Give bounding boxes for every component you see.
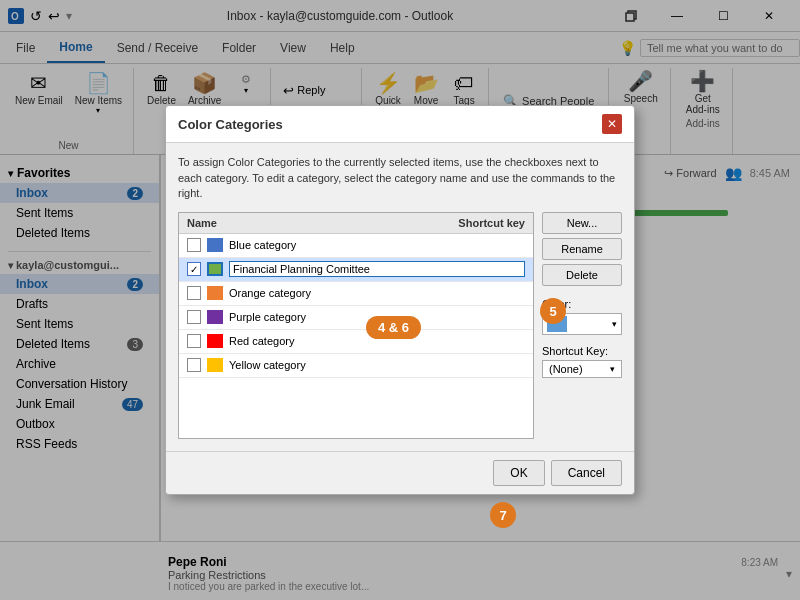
modal-row-financial[interactable]: ✓ Financial Planning Comittee <box>179 258 533 282</box>
modal-table: Name Shortcut key Blue category ✓ <box>178 212 534 439</box>
modal-row-orange[interactable]: Orange category <box>179 282 533 306</box>
modal-overlay: Color Categories ✕ To assign Color Categ… <box>0 0 800 600</box>
yellow-category-name: Yellow category <box>229 359 525 371</box>
modal-footer: OK Cancel <box>166 451 634 494</box>
modal-row-purple[interactable]: Purple category <box>179 306 533 330</box>
orange-color-swatch <box>207 286 223 300</box>
modal-close-btn[interactable]: ✕ <box>602 114 622 134</box>
color-dropdown-arrow-icon: ▾ <box>612 319 617 329</box>
shortcut-value: (None) <box>549 363 583 375</box>
modal-row-red[interactable]: Red category <box>179 330 533 354</box>
purple-checkbox[interactable] <box>187 310 201 324</box>
modal-table-container: Name Shortcut key Blue category ✓ <box>178 212 534 439</box>
table-empty-space <box>179 378 533 438</box>
rename-category-btn[interactable]: Rename <box>542 238 622 260</box>
financial-category-name[interactable]: Financial Planning Comittee <box>229 261 525 277</box>
shortcut-section: Shortcut Key: (None) ▾ <box>542 345 622 378</box>
blue-category-name: Blue category <box>229 239 525 251</box>
red-checkbox[interactable] <box>187 334 201 348</box>
callout-4-6: 4 & 6 <box>366 316 421 339</box>
shortcut-dropdown[interactable]: (None) ▾ <box>542 360 622 378</box>
new-category-btn[interactable]: New... <box>542 212 622 234</box>
modal-description: To assign Color Categories to the curren… <box>178 155 622 201</box>
shortcut-section-label: Shortcut Key: <box>542 345 622 357</box>
col-name-header: Name <box>187 217 217 229</box>
yellow-color-swatch <box>207 358 223 372</box>
modal-body: To assign Color Categories to the curren… <box>166 143 634 450</box>
orange-checkbox[interactable] <box>187 286 201 300</box>
modal-row-yellow[interactable]: Yellow category <box>179 354 533 378</box>
col-shortcut-header: Shortcut key <box>458 217 525 229</box>
color-categories-modal: Color Categories ✕ To assign Color Categ… <box>165 105 635 494</box>
blue-checkbox[interactable] <box>187 238 201 252</box>
modal-row-blue[interactable]: Blue category <box>179 234 533 258</box>
cancel-button[interactable]: Cancel <box>551 460 622 486</box>
financial-color-swatch <box>207 262 223 276</box>
purple-color-swatch <box>207 310 223 324</box>
modal-title-bar: Color Categories ✕ <box>166 106 634 143</box>
delete-category-btn[interactable]: Delete <box>542 264 622 286</box>
shortcut-dropdown-arrow-icon: ▾ <box>610 364 615 374</box>
yellow-checkbox[interactable] <box>187 358 201 372</box>
orange-category-name: Orange category <box>229 287 525 299</box>
red-color-swatch <box>207 334 223 348</box>
modal-title: Color Categories <box>178 117 283 132</box>
financial-checkbox[interactable]: ✓ <box>187 262 201 276</box>
modal-table-header: Name Shortcut key <box>179 213 533 234</box>
modal-side-panel: New... Rename Delete Color: ▾ Shortcut K… <box>542 212 622 439</box>
blue-color-swatch <box>207 238 223 252</box>
ok-button[interactable]: OK <box>493 460 544 486</box>
callout-7: 7 <box>490 502 516 528</box>
